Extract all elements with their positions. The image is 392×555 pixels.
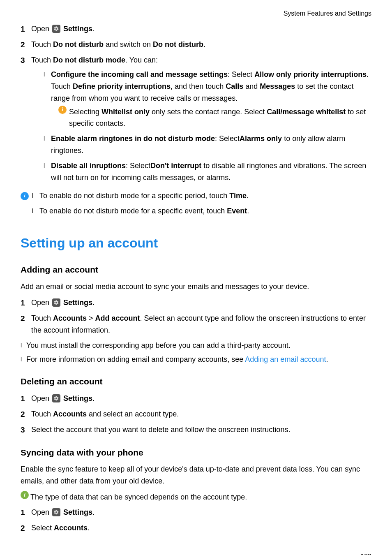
link-adding-email-account[interactable]: Adding an email account <box>245 355 326 363</box>
text: Open <box>31 298 51 307</box>
text: . <box>326 355 328 363</box>
text-bold: Enable alarm ringtones in do not disturb… <box>51 134 215 143</box>
text: and <box>243 82 260 90</box>
text: > <box>87 314 95 322</box>
list-item: l Configure the incoming call and messag… <box>44 69 371 130</box>
step-content: Touch Accounts > Add account. Select an … <box>31 312 371 336</box>
step-1: 1 Open Settings. <box>21 506 371 519</box>
text: and select an account type. <box>87 410 179 418</box>
bullet: l <box>44 69 51 80</box>
text: . <box>92 394 95 402</box>
text: . <box>92 508 95 516</box>
text: , and then touch <box>171 82 226 90</box>
sub-list: l Configure the incoming call and messag… <box>44 69 371 183</box>
text: Select <box>31 524 54 532</box>
text: . <box>247 192 249 200</box>
step-content: Open Settings. <box>31 297 371 309</box>
text-bold: Do not disturb mode <box>53 56 125 64</box>
info-icon: i <box>21 192 29 200</box>
text: . You can: <box>125 56 158 64</box>
bullet: l <box>44 160 51 171</box>
step-content: Open Settings. <box>31 506 371 518</box>
list-content: For more information on adding email and… <box>26 354 371 365</box>
text-bold: Accounts <box>53 314 87 322</box>
step-2: 2 Touch Do not disturb and switch on Do … <box>21 39 371 51</box>
text: Open <box>31 25 51 33</box>
text-bold: Accounts <box>54 524 88 532</box>
step-3: 3 Touch Do not disturb mode. You can: l … <box>21 54 371 187</box>
step-number: 1 <box>21 506 31 519</box>
text: Touch <box>31 56 53 64</box>
text: : Select <box>228 70 254 79</box>
step-number: 1 <box>21 393 31 405</box>
settings-icon <box>52 25 60 33</box>
text: Open <box>31 394 51 402</box>
step-number: 3 <box>21 54 31 67</box>
settings-icon <box>52 298 60 307</box>
text: Touch <box>31 314 53 322</box>
step-content: Select Accounts. <box>31 522 371 534</box>
section-heading: Setting up an account <box>21 233 371 254</box>
text-bold: Do not disturb <box>53 40 104 49</box>
list-item: l To enable do not disturb mode for a sp… <box>32 205 371 217</box>
bullet: l <box>32 205 39 217</box>
note-content: Selecting Whitelist only only sets the c… <box>69 106 371 130</box>
text: Touch <box>31 40 53 49</box>
text-bold: Allow only priority interruptions <box>254 70 367 79</box>
text-bold: Settings <box>63 394 92 402</box>
step-number: 1 <box>21 23 31 35</box>
text-bold: Settings <box>63 298 92 307</box>
text-bold: Do not disturb <box>153 40 203 49</box>
text: : Select <box>215 134 240 143</box>
text: To enable do not disturb mode for a spec… <box>39 207 227 215</box>
info-icon: i <box>58 106 67 114</box>
step-number: 3 <box>21 424 31 436</box>
step-number: 2 <box>21 522 31 534</box>
text: . <box>247 207 249 215</box>
step-number: 1 <box>21 297 31 309</box>
settings-icon <box>52 508 60 516</box>
subsection-heading: Deleting an account <box>21 375 371 388</box>
text: Selecting <box>69 108 101 116</box>
text-bold: Settings <box>63 25 92 33</box>
list-item: l You must install the corresponding app… <box>21 340 371 352</box>
info-note: i The type of data that can be synced de… <box>21 491 371 503</box>
paragraph: Enable the sync feature to keep all of y… <box>21 463 371 487</box>
step-content: Touch Do not disturb mode. You can: l Co… <box>31 54 371 187</box>
text: . <box>88 524 90 532</box>
page-number: 139 <box>21 551 371 555</box>
text-bold: Accounts <box>53 410 87 418</box>
text: . <box>203 40 205 49</box>
note-content: The type of data that can be synced depe… <box>30 491 371 503</box>
text: Open <box>31 508 51 516</box>
bullet: l <box>44 133 51 144</box>
step-content: Open Settings. <box>31 393 371 405</box>
text: and switch on <box>104 40 153 49</box>
step-1: 1 Open Settings. <box>21 393 371 405</box>
text-bold: Messages <box>260 82 295 90</box>
text-bold: Event <box>227 207 247 215</box>
step-2: 2 Touch Accounts and select an account t… <box>21 408 371 421</box>
subsection-heading: Adding an account <box>21 263 371 277</box>
text-bold: Define priority interruptions <box>73 82 171 90</box>
list-content: Enable alarm ringtones in do not disturb… <box>51 133 371 157</box>
info-icon: i <box>21 491 29 499</box>
text: To enable do not disturb mode for a spec… <box>39 192 229 200</box>
list-content: To enable do not disturb mode for a spec… <box>39 190 371 202</box>
text: . <box>92 25 95 33</box>
step-content: Open Settings. <box>31 23 371 35</box>
list-item: l For more information on adding email a… <box>21 354 371 365</box>
text-bold: Add account <box>95 314 140 322</box>
text-bold: Configure the incoming call and message … <box>51 70 228 79</box>
step-number: 2 <box>21 408 31 421</box>
bullet: l <box>32 190 39 201</box>
text-bold: Call/message whitelist <box>267 108 346 116</box>
text: For more information on adding email and… <box>26 355 245 363</box>
info-list: i l To enable do not disturb mode for a … <box>21 190 371 220</box>
text-bold: Don't interrupt <box>150 162 201 170</box>
text: . <box>92 298 95 307</box>
step-2: 2 Touch Accounts > Add account. Select a… <box>21 312 371 336</box>
text: Touch <box>31 410 53 418</box>
list-content: Disable all inruptions: SelectDon't inte… <box>51 160 371 184</box>
text: only sets the contact range. Select <box>150 108 267 116</box>
